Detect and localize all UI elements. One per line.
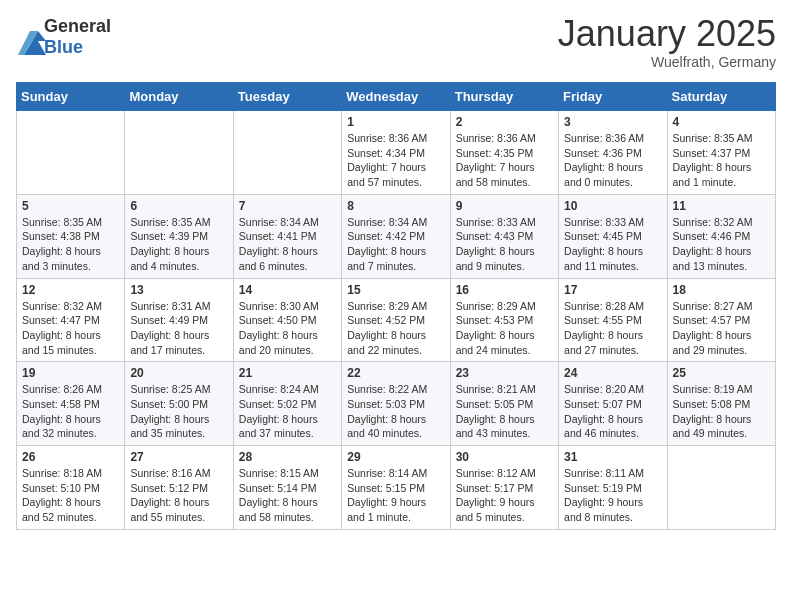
day-cell: 6Sunrise: 8:35 AM Sunset: 4:39 PM Daylig… [125,194,233,278]
day-number: 9 [456,199,553,213]
day-info: Sunrise: 8:18 AM Sunset: 5:10 PM Dayligh… [22,466,119,525]
day-info: Sunrise: 8:28 AM Sunset: 4:55 PM Dayligh… [564,299,661,358]
day-number: 3 [564,115,661,129]
day-info: Sunrise: 8:14 AM Sunset: 5:15 PM Dayligh… [347,466,444,525]
day-number: 16 [456,283,553,297]
day-cell: 16Sunrise: 8:29 AM Sunset: 4:53 PM Dayli… [450,278,558,362]
day-cell [17,111,125,195]
title-block: January 2025 Wuelfrath, Germany [558,16,776,70]
day-number: 1 [347,115,444,129]
page-header: General Blue January 2025 Wuelfrath, Ger… [16,16,776,70]
weekday-header-row: SundayMondayTuesdayWednesdayThursdayFrid… [17,83,776,111]
day-cell: 26Sunrise: 8:18 AM Sunset: 5:10 PM Dayli… [17,446,125,530]
day-cell: 21Sunrise: 8:24 AM Sunset: 5:02 PM Dayli… [233,362,341,446]
day-info: Sunrise: 8:35 AM Sunset: 4:37 PM Dayligh… [673,131,770,190]
day-info: Sunrise: 8:32 AM Sunset: 4:46 PM Dayligh… [673,215,770,274]
weekday-header-tuesday: Tuesday [233,83,341,111]
day-cell: 27Sunrise: 8:16 AM Sunset: 5:12 PM Dayli… [125,446,233,530]
day-info: Sunrise: 8:19 AM Sunset: 5:08 PM Dayligh… [673,382,770,441]
day-number: 17 [564,283,661,297]
logo-blue: Blue [44,37,83,57]
day-number: 13 [130,283,227,297]
day-info: Sunrise: 8:15 AM Sunset: 5:14 PM Dayligh… [239,466,336,525]
day-cell: 4Sunrise: 8:35 AM Sunset: 4:37 PM Daylig… [667,111,775,195]
week-row-3: 12Sunrise: 8:32 AM Sunset: 4:47 PM Dayli… [17,278,776,362]
day-info: Sunrise: 8:36 AM Sunset: 4:35 PM Dayligh… [456,131,553,190]
day-cell: 3Sunrise: 8:36 AM Sunset: 4:36 PM Daylig… [559,111,667,195]
day-number: 30 [456,450,553,464]
day-info: Sunrise: 8:11 AM Sunset: 5:19 PM Dayligh… [564,466,661,525]
day-cell [667,446,775,530]
day-cell: 19Sunrise: 8:26 AM Sunset: 4:58 PM Dayli… [17,362,125,446]
day-info: Sunrise: 8:33 AM Sunset: 4:43 PM Dayligh… [456,215,553,274]
weekday-header-friday: Friday [559,83,667,111]
day-info: Sunrise: 8:26 AM Sunset: 4:58 PM Dayligh… [22,382,119,441]
day-info: Sunrise: 8:27 AM Sunset: 4:57 PM Dayligh… [673,299,770,358]
day-number: 2 [456,115,553,129]
day-number: 8 [347,199,444,213]
day-cell: 13Sunrise: 8:31 AM Sunset: 4:49 PM Dayli… [125,278,233,362]
calendar: SundayMondayTuesdayWednesdayThursdayFrid… [16,82,776,530]
day-number: 28 [239,450,336,464]
day-number: 7 [239,199,336,213]
weekday-header-monday: Monday [125,83,233,111]
day-number: 18 [673,283,770,297]
day-number: 22 [347,366,444,380]
day-number: 20 [130,366,227,380]
day-number: 24 [564,366,661,380]
day-number: 15 [347,283,444,297]
day-cell: 25Sunrise: 8:19 AM Sunset: 5:08 PM Dayli… [667,362,775,446]
location: Wuelfrath, Germany [558,54,776,70]
day-info: Sunrise: 8:31 AM Sunset: 4:49 PM Dayligh… [130,299,227,358]
day-cell: 11Sunrise: 8:32 AM Sunset: 4:46 PM Dayli… [667,194,775,278]
day-info: Sunrise: 8:29 AM Sunset: 4:52 PM Dayligh… [347,299,444,358]
day-number: 14 [239,283,336,297]
day-info: Sunrise: 8:35 AM Sunset: 4:39 PM Dayligh… [130,215,227,274]
day-cell: 1Sunrise: 8:36 AM Sunset: 4:34 PM Daylig… [342,111,450,195]
day-number: 25 [673,366,770,380]
day-number: 27 [130,450,227,464]
day-cell: 9Sunrise: 8:33 AM Sunset: 4:43 PM Daylig… [450,194,558,278]
day-cell: 8Sunrise: 8:34 AM Sunset: 4:42 PM Daylig… [342,194,450,278]
day-number: 5 [22,199,119,213]
day-number: 11 [673,199,770,213]
weekday-header-thursday: Thursday [450,83,558,111]
day-info: Sunrise: 8:16 AM Sunset: 5:12 PM Dayligh… [130,466,227,525]
day-number: 4 [673,115,770,129]
day-info: Sunrise: 8:35 AM Sunset: 4:38 PM Dayligh… [22,215,119,274]
day-cell: 24Sunrise: 8:20 AM Sunset: 5:07 PM Dayli… [559,362,667,446]
day-info: Sunrise: 8:20 AM Sunset: 5:07 PM Dayligh… [564,382,661,441]
logo-general: General [44,16,111,36]
week-row-5: 26Sunrise: 8:18 AM Sunset: 5:10 PM Dayli… [17,446,776,530]
day-cell: 31Sunrise: 8:11 AM Sunset: 5:19 PM Dayli… [559,446,667,530]
day-info: Sunrise: 8:33 AM Sunset: 4:45 PM Dayligh… [564,215,661,274]
day-info: Sunrise: 8:21 AM Sunset: 5:05 PM Dayligh… [456,382,553,441]
day-info: Sunrise: 8:25 AM Sunset: 5:00 PM Dayligh… [130,382,227,441]
day-info: Sunrise: 8:30 AM Sunset: 4:50 PM Dayligh… [239,299,336,358]
logo-text: General Blue [44,16,111,58]
weekday-header-saturday: Saturday [667,83,775,111]
day-cell: 29Sunrise: 8:14 AM Sunset: 5:15 PM Dayli… [342,446,450,530]
day-cell: 18Sunrise: 8:27 AM Sunset: 4:57 PM Dayli… [667,278,775,362]
day-info: Sunrise: 8:22 AM Sunset: 5:03 PM Dayligh… [347,382,444,441]
week-row-1: 1Sunrise: 8:36 AM Sunset: 4:34 PM Daylig… [17,111,776,195]
day-info: Sunrise: 8:36 AM Sunset: 4:36 PM Dayligh… [564,131,661,190]
day-number: 12 [22,283,119,297]
day-number: 21 [239,366,336,380]
day-cell: 30Sunrise: 8:12 AM Sunset: 5:17 PM Dayli… [450,446,558,530]
day-cell: 7Sunrise: 8:34 AM Sunset: 4:41 PM Daylig… [233,194,341,278]
week-row-2: 5Sunrise: 8:35 AM Sunset: 4:38 PM Daylig… [17,194,776,278]
day-cell: 5Sunrise: 8:35 AM Sunset: 4:38 PM Daylig… [17,194,125,278]
day-cell: 20Sunrise: 8:25 AM Sunset: 5:00 PM Dayli… [125,362,233,446]
weekday-header-wednesday: Wednesday [342,83,450,111]
day-info: Sunrise: 8:32 AM Sunset: 4:47 PM Dayligh… [22,299,119,358]
day-cell: 22Sunrise: 8:22 AM Sunset: 5:03 PM Dayli… [342,362,450,446]
day-cell: 14Sunrise: 8:30 AM Sunset: 4:50 PM Dayli… [233,278,341,362]
logo: General Blue [16,16,111,58]
day-number: 31 [564,450,661,464]
day-cell: 12Sunrise: 8:32 AM Sunset: 4:47 PM Dayli… [17,278,125,362]
day-cell: 10Sunrise: 8:33 AM Sunset: 4:45 PM Dayli… [559,194,667,278]
day-cell: 17Sunrise: 8:28 AM Sunset: 4:55 PM Dayli… [559,278,667,362]
day-number: 29 [347,450,444,464]
day-number: 19 [22,366,119,380]
